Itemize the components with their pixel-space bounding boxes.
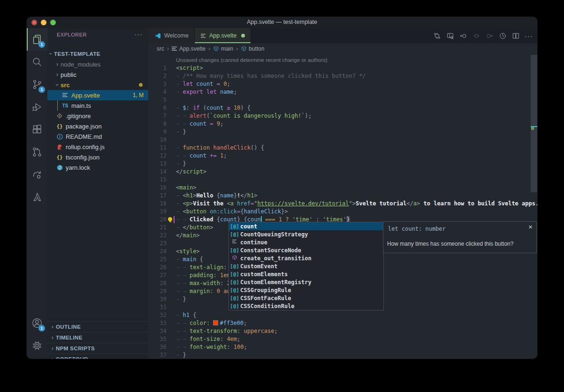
- gutter-glyph-margin: [167, 271, 176, 279]
- suggest-item-CustomEvent[interactable]: [@]CustomEvent: [229, 262, 383, 270]
- line-number: 2: [148, 72, 167, 80]
- suggest-item-create_out_transition[interactable]: create_out_transition: [229, 254, 383, 262]
- close-icon[interactable]: ×: [528, 223, 533, 231]
- code-line-2[interactable]: 2→ /** How many times has someone clicke…: [148, 72, 537, 80]
- line-number: 37: [148, 351, 167, 359]
- dirty-indicator-icon[interactable]: [241, 34, 245, 38]
- tree-item-README.md[interactable]: README.md: [47, 131, 148, 142]
- editor-scrollbar[interactable]: [531, 55, 537, 192]
- suggest-item-customElements[interactable]: [@]customElements: [229, 270, 383, 278]
- more-actions-icon[interactable]: ···: [523, 30, 534, 41]
- suggest-item-continue[interactable]: continue: [229, 238, 383, 246]
- svelte-lines-file-icon: [61, 92, 69, 98]
- tree-item-src[interactable]: ›src: [47, 80, 148, 90]
- code-editor[interactable]: Unsaved changes (cannot determine recent…: [148, 54, 537, 359]
- tree-item-main.ts[interactable]: TSmain.ts: [47, 100, 148, 111]
- code-line-33[interactable]: 33→ → color: #ff3e00;: [148, 319, 537, 327]
- code-line-32[interactable]: 32→ h1 {: [148, 311, 537, 319]
- code-line-1[interactable]: 1<script>: [148, 64, 537, 72]
- tree-item-package.json[interactable]: {}package.json: [47, 121, 148, 131]
- gutter-glyph-margin: [167, 256, 176, 264]
- code-line-8[interactable]: 8→ → count = 9;: [148, 120, 537, 128]
- tree-item-App.svelte[interactable]: App.svelte1, M: [47, 90, 148, 100]
- chevron-right-icon: ›: [49, 324, 56, 330]
- section-npm-scripts[interactable]: ›NPM SCRIPTS: [47, 343, 148, 354]
- breadcrumb-app.svelte[interactable]: App.svelte: [172, 45, 206, 52]
- suggest-item-ConstantSourceNode[interactable]: [@]ConstantSourceNode: [229, 246, 383, 254]
- line-number: 5: [148, 96, 167, 104]
- code-line-34[interactable]: 34→ → text-transform: uppercase;: [148, 327, 537, 335]
- active-guide-bar: [174, 216, 175, 223]
- activity-run-debug[interactable]: [27, 96, 47, 118]
- code-line-16[interactable]: 16<main>: [148, 184, 537, 192]
- code-line-9[interactable]: 9→ }: [148, 128, 537, 136]
- suggest-item-CustomElementRegistry[interactable]: [@]CustomElementRegistry: [229, 278, 383, 286]
- code-line-15[interactable]: 15: [148, 176, 537, 184]
- suggest-item-CountQueuingStrategy[interactable]: [@]CountQueuingStrategy: [229, 230, 383, 238]
- tab-welcome[interactable]: Welcome: [148, 28, 195, 43]
- code-line-7[interactable]: 7→ → alert(`count is dangerously high!`)…: [148, 112, 537, 120]
- color-swatch[interactable]: [213, 321, 218, 325]
- section-codetour[interactable]: ›CODETOUR: [47, 354, 148, 359]
- activity-settings[interactable]: [27, 334, 47, 357]
- code-line-18[interactable]: 18→ <p>Visit the <a href="https://svelte…: [148, 200, 537, 208]
- lightbulb-icon[interactable]: [168, 217, 172, 221]
- code-line-4[interactable]: 4→ export let name;: [148, 88, 537, 96]
- line-number: 15: [148, 176, 167, 184]
- tree-item-public[interactable]: ›public: [47, 69, 148, 80]
- open-preview-icon[interactable]: [444, 30, 456, 41]
- code-line-35[interactable]: 35→ → font-size: 4em;: [148, 335, 537, 343]
- suggest-item-CSSGroupingRule[interactable]: [@]CSSGroupingRule: [229, 286, 383, 294]
- tree-item-yarn.lock[interactable]: yarn.lock: [47, 162, 148, 173]
- code-line-14[interactable]: 14</script>: [148, 168, 537, 176]
- activity-account[interactable]: 1: [27, 312, 47, 334]
- activity-live-share[interactable]: [27, 163, 47, 186]
- activity-azure[interactable]: [27, 186, 47, 208]
- gutter-glyph-margin: [167, 192, 176, 200]
- git-compare-icon[interactable]: [431, 30, 442, 41]
- code-line-10[interactable]: 10: [148, 136, 537, 144]
- activity-search[interactable]: [27, 51, 47, 73]
- section-outline[interactable]: ›OUTLINE: [47, 321, 148, 332]
- suggest-item-CSSConditionRule[interactable]: [@]CSSConditionRule: [229, 302, 383, 310]
- suggest-item-count[interactable]: [@]count: [229, 222, 383, 230]
- tree-item-rollup.config.js[interactable]: rollup.config.js: [47, 142, 148, 152]
- activity-explorer[interactable]: 1: [27, 28, 47, 51]
- tree-item-node_modules[interactable]: ›node_modules: [47, 59, 148, 69]
- code-line-17[interactable]: 17→ <h1>Hello {name}!</h1>: [148, 192, 537, 200]
- change-dot-icon[interactable]: [471, 30, 482, 41]
- explorer-more-actions-icon[interactable]: ···: [134, 30, 143, 38]
- code-line-5[interactable]: 5: [148, 96, 537, 104]
- tree-root-test-template[interactable]: › TEST-TEMPLATE: [47, 49, 148, 59]
- activity-extensions[interactable]: [27, 118, 47, 141]
- suggest-item-CSSFontFaceRule[interactable]: [@]CSSFontFaceRule: [229, 294, 383, 302]
- tree-item-.gitignore[interactable]: .gitignore: [47, 111, 148, 121]
- split-editor-icon[interactable]: [510, 30, 521, 41]
- code-line-11[interactable]: 11→ function handleClick() {: [148, 144, 537, 152]
- code-line-36[interactable]: 36→ → font-weight: 100;: [148, 343, 537, 351]
- line-number: 11: [148, 144, 167, 152]
- gutter-glyph-margin: [167, 152, 176, 160]
- next-change-icon[interactable]: [484, 30, 495, 41]
- code-line-19[interactable]: 19→ <button on:click={handleClick}>: [148, 208, 537, 216]
- code-line-12[interactable]: 12→ → count += 1;: [148, 152, 537, 160]
- title-bar: App.svelte — test-template: [27, 17, 537, 28]
- section-timeline[interactable]: ›TIMELINE: [47, 332, 148, 343]
- code-line-3[interactable]: 3→ let count = 0;: [148, 80, 537, 88]
- editor-group: Welcome App.svelte ··· src›App.svelte›ma…: [148, 28, 537, 359]
- gutter-glyph-margin: [167, 96, 176, 104]
- overview-ruler-modified-mark: [531, 127, 534, 130]
- tab-app-svelte[interactable]: App.svelte: [195, 28, 251, 43]
- prev-change-icon[interactable]: [457, 30, 469, 41]
- breadcrumb-src[interactable]: src: [157, 45, 164, 52]
- tree-item-tsconfig.json[interactable]: {}tsconfig.json: [47, 152, 148, 162]
- activity-source-control[interactable]: 1: [27, 73, 47, 96]
- breadcrumb-main[interactable]: main: [213, 45, 233, 52]
- activity-pull-requests[interactable]: [27, 141, 47, 163]
- code-line-13[interactable]: 13→ }: [148, 160, 537, 168]
- breadcrumb-button[interactable]: button: [241, 45, 264, 52]
- code-line-6[interactable]: 6→ $: if (count ≥ 10) {: [148, 104, 537, 112]
- timeline-clock-icon[interactable]: [497, 30, 508, 41]
- line-number: 9: [148, 128, 167, 136]
- code-line-37[interactable]: 37→ }: [148, 351, 537, 359]
